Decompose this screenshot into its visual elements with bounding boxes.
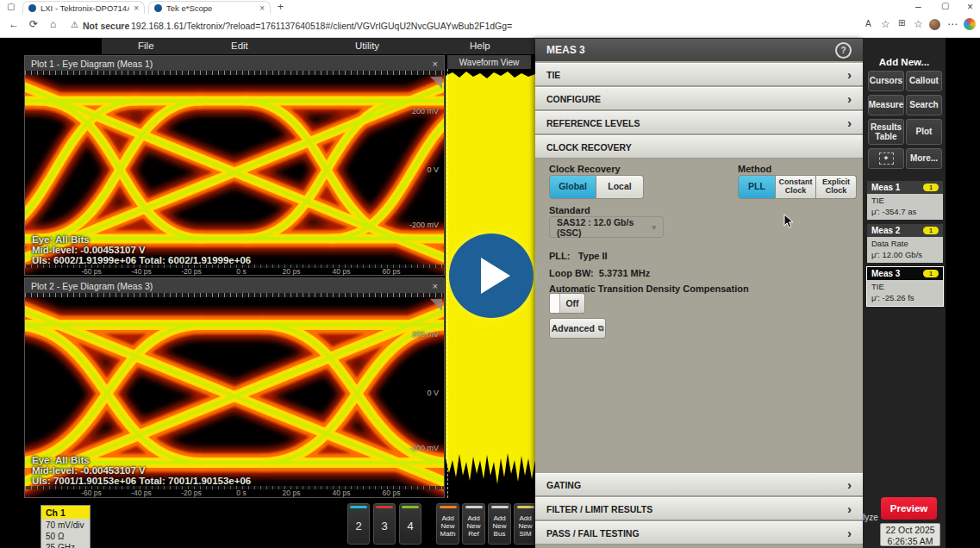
play-icon bbox=[481, 258, 510, 294]
add-cursors-button[interactable]: Cursors bbox=[868, 71, 904, 91]
add-results-table-button[interactable]: Results Table bbox=[868, 119, 904, 145]
help-icon[interactable]: ? bbox=[835, 42, 852, 59]
add-new-bus-button[interactable]: Add New Bus bbox=[488, 503, 511, 545]
preview-button[interactable]: Preview bbox=[881, 497, 937, 520]
plot2-xtick: 40 ps bbox=[324, 489, 359, 497]
standard-dropdown[interactable]: SAS12 : 12.0 Gb/s (SSC) ▾ bbox=[549, 216, 664, 238]
channel4-button[interactable]: 4 bbox=[399, 503, 421, 545]
favorite-icon[interactable]: ☆ bbox=[881, 19, 890, 29]
ch1-scale: 70 mV/div bbox=[46, 520, 85, 531]
meas2-type: Data Rate bbox=[871, 239, 939, 250]
section-gating[interactable]: GATING › bbox=[535, 473, 863, 496]
add-callout-button[interactable]: Callout bbox=[906, 71, 942, 91]
add-new-sim-button[interactable]: Add New SIM bbox=[514, 503, 537, 545]
ch1-impedance: 50 Ω bbox=[46, 531, 85, 542]
browser-tab-lxi[interactable]: LXI - Tektronix-DPO714AX × bbox=[22, 1, 145, 14]
tab-close-icon[interactable]: × bbox=[134, 3, 139, 13]
home-icon[interactable]: ⌂ bbox=[50, 19, 56, 29]
ch1-settings: 70 mV/div 50 Ω 25 GHz bbox=[41, 519, 90, 548]
tab-title: Tek e*Scope bbox=[166, 3, 255, 13]
external-link-icon: ⧉ bbox=[598, 324, 603, 333]
plot2-xtick: 60 ps bbox=[374, 489, 409, 497]
add-more-button[interactable]: More... bbox=[906, 148, 942, 169]
plot2-eye-label: Eye: All Bits bbox=[32, 455, 90, 465]
menu-help[interactable]: Help bbox=[470, 40, 490, 51]
tab-title: LXI - Tektronix-DPO714AX bbox=[41, 3, 129, 13]
method-explicit-clock-button[interactable]: Explicit Clock bbox=[816, 175, 857, 199]
profile-avatar[interactable] bbox=[929, 19, 940, 30]
copilot-icon[interactable] bbox=[964, 18, 976, 30]
tab-close-icon[interactable]: × bbox=[259, 3, 265, 13]
plot1-mid-level: Mid-level: -0.00453107 V bbox=[32, 245, 146, 255]
menu-file[interactable]: File bbox=[138, 40, 154, 51]
channel2-button[interactable]: 2 bbox=[347, 503, 370, 545]
browser-menu-ellipsis-icon[interactable]: ⋯ bbox=[947, 19, 958, 29]
plot1-ylabel-mid: 0 V bbox=[394, 165, 439, 174]
split-screen-icon[interactable]: ⊞ bbox=[898, 19, 905, 28]
meas2-badge[interactable]: Meas 2 1 Data Rate μ': 12.00 Gb/s bbox=[867, 224, 943, 263]
back-icon[interactable]: ← bbox=[9, 19, 19, 29]
plot1-resize-handle[interactable] bbox=[430, 77, 442, 89]
clock-recovery-local-button[interactable]: Local bbox=[596, 175, 644, 199]
plot2-ylabel-top: 200 mV bbox=[394, 330, 439, 339]
plot1-titlebar[interactable]: Plot 1 - Eye Diagram (Meas 1) × bbox=[25, 56, 444, 72]
new-tab-icon[interactable]: + bbox=[278, 2, 284, 12]
plot2-titlebar[interactable]: Plot 2 - Eye Diagram (Meas 3) × bbox=[25, 278, 444, 294]
add-search-button[interactable]: Search bbox=[906, 95, 942, 115]
read-aloud-icon[interactable]: A bbox=[865, 20, 871, 28]
add-plot-button[interactable]: Plot bbox=[906, 119, 942, 145]
collections-icon[interactable]: ☆ bbox=[914, 19, 923, 29]
maximize-icon[interactable]: ▢ bbox=[941, 2, 949, 10]
section-filter-limit-results[interactable]: FILTER / LIMIT RESULTS › bbox=[535, 497, 863, 520]
menu-utility[interactable]: Utility bbox=[355, 40, 379, 51]
add-new-ref-button[interactable]: Add New Ref bbox=[462, 503, 485, 545]
method-constant-clock-button[interactable]: Constant Clock bbox=[776, 175, 816, 199]
window-close-icon[interactable]: × bbox=[967, 2, 973, 12]
plot2-xtick: -20 ps bbox=[174, 489, 209, 497]
section-clock-recovery[interactable]: CLOCK RECOVERY bbox=[535, 135, 863, 159]
minimize-icon[interactable]: – bbox=[915, 2, 921, 12]
add-bus-label: Add New Bus bbox=[489, 508, 510, 544]
reload-icon[interactable]: ⟳ bbox=[29, 19, 38, 29]
plot2-title: Plot 2 - Eye Diagram (Meas 3) bbox=[31, 281, 153, 291]
add-ref-label: Add New Ref bbox=[463, 508, 484, 544]
plot2-close-icon[interactable]: × bbox=[433, 281, 438, 291]
meas3-badge-selected[interactable]: Meas 3 1 TIE μ': -25.26 fs bbox=[867, 267, 943, 306]
add-new-title: Add New... bbox=[863, 57, 946, 67]
workspaces-icon[interactable]: ▢ bbox=[7, 3, 15, 11]
meas3-panel-header[interactable]: MEAS 3 ? bbox=[535, 39, 863, 61]
add-measure-button[interactable]: Measure bbox=[868, 95, 904, 115]
method-pll-button[interactable]: PLL bbox=[738, 175, 776, 199]
standard-label: Standard bbox=[549, 205, 590, 215]
add-new-math-button[interactable]: Add New Math bbox=[436, 503, 459, 545]
not-secure-warning-icon[interactable]: ⚠ bbox=[71, 20, 78, 29]
clock-recovery-global-button[interactable]: Global bbox=[549, 175, 596, 199]
ch1-badge[interactable]: Ch 1 70 mV/div 50 Ω 25 GHz bbox=[41, 505, 91, 548]
meas2-name: Meas 2 bbox=[871, 226, 900, 235]
plot1-close-icon[interactable]: × bbox=[433, 59, 438, 69]
plot1-xtick: 60 ps bbox=[374, 267, 409, 276]
tab-favicon bbox=[28, 4, 36, 12]
standard-value: SAS12 : 12.0 Gb/s (SSC) bbox=[557, 217, 652, 238]
section-pass-fail-testing[interactable]: PASS / FAIL TESTING › bbox=[535, 521, 863, 545]
channel3-button[interactable]: 3 bbox=[373, 503, 396, 545]
section-tie[interactable]: TIE › bbox=[535, 63, 863, 86]
browser-tab-escope[interactable]: Tek e*Scope × bbox=[148, 1, 271, 14]
plot1-xtick: 0 s bbox=[224, 267, 259, 276]
datetime-display: 22 Oct 2025 6:26:35 AM bbox=[880, 523, 940, 546]
play-button[interactable] bbox=[449, 234, 534, 318]
zoom-selection-button[interactable]: ⌖ bbox=[868, 148, 904, 169]
plot2-resize-handle[interactable] bbox=[430, 299, 442, 311]
section-configure[interactable]: CONFIGURE › bbox=[535, 87, 863, 110]
url-text[interactable]: 192.168.1.61/Tektronix/?reload=176113764… bbox=[131, 21, 683, 31]
meas1-value: μ': -354.7 as bbox=[871, 207, 939, 218]
plot2-xtick: 20 ps bbox=[274, 489, 309, 497]
meas1-badge[interactable]: Meas 1 1 TIE μ': -354.7 as bbox=[867, 181, 943, 220]
meas3-config-panel: MEAS 3 ? TIE › CONFIGURE › REFERENCE LEV… bbox=[535, 39, 863, 548]
chevron-right-icon: › bbox=[847, 526, 852, 539]
plot1-title: Plot 1 - Eye Diagram (Meas 1) bbox=[31, 59, 153, 69]
menu-edit[interactable]: Edit bbox=[231, 40, 248, 51]
atdc-toggle[interactable]: Off bbox=[549, 293, 585, 314]
section-reference-levels[interactable]: REFERENCE LEVELS › bbox=[535, 111, 863, 134]
advanced-button[interactable]: Advanced ⧉ bbox=[549, 318, 606, 339]
